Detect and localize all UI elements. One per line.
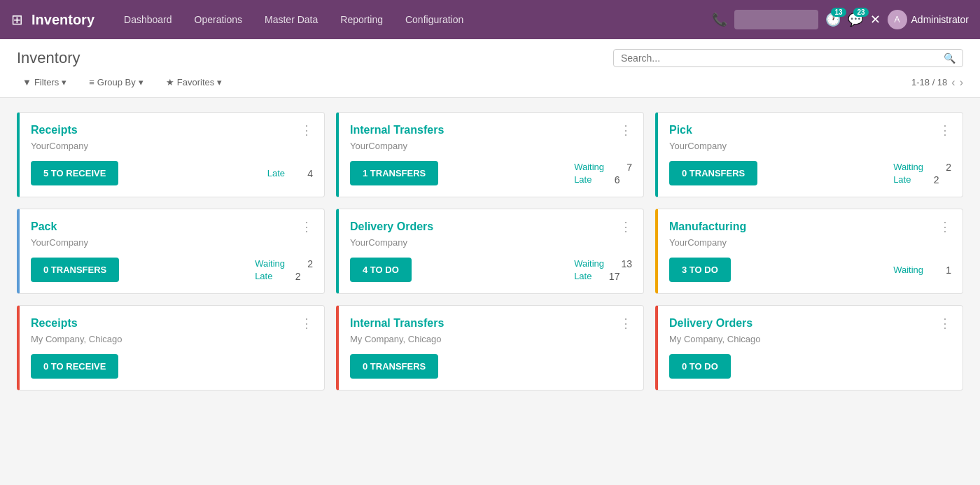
user-name: Administrator <box>911 14 969 25</box>
card-title-group: Receipts <box>31 124 78 136</box>
card-menu-button[interactable]: ⋮ <box>939 124 951 136</box>
menu-operations[interactable]: Operations <box>185 8 252 31</box>
filters-button[interactable]: ▼ Filters ▾ <box>17 74 72 90</box>
card-title: Manufacturing <box>669 220 746 233</box>
card-title: Receipts <box>31 317 78 330</box>
card-menu-button[interactable]: ⋮ <box>620 317 632 330</box>
card-internal-transfers-chicago: Internal Transfers ⋮ My Company, Chicago… <box>336 305 644 391</box>
card-title: Pick <box>669 124 692 136</box>
menu-reporting[interactable]: Reporting <box>330 8 393 31</box>
card-action-button[interactable]: 0 TO DO <box>669 354 731 379</box>
card-action-button[interactable]: 4 TO DO <box>350 258 412 282</box>
card-menu-button[interactable]: ⋮ <box>300 317 313 330</box>
stat-label: Waiting <box>574 258 604 269</box>
prev-page-arrow[interactable]: ‹ <box>951 76 955 89</box>
card-subtitle: YourCompany <box>669 237 951 248</box>
card-stats: Waiting 1 <box>893 265 951 276</box>
stat-row: Late 4 <box>267 168 313 179</box>
card-header: Internal Transfers ⋮ <box>350 317 632 330</box>
card-subtitle: YourCompany <box>31 141 313 151</box>
card-action-button[interactable]: 1 TRANSFERS <box>350 161 438 185</box>
card-title: Receipts <box>31 124 78 136</box>
card-action-button[interactable]: 5 TO RECEIVE <box>31 161 118 185</box>
stat-label: Late <box>574 271 592 281</box>
filters-caret: ▾ <box>62 77 66 87</box>
card-header: Delivery Orders ⋮ <box>669 317 951 330</box>
card-title-group: Manufacturing <box>669 220 746 233</box>
favorites-button[interactable]: ★ Favorites ▾ <box>160 74 227 90</box>
card-pick-yourcompany: Pick ⋮ YourCompany 0 TRANSFERS Waiting 2… <box>655 112 963 197</box>
search-icon[interactable]: 🔍 <box>944 52 955 64</box>
menu-configuration[interactable]: Configuration <box>396 8 473 31</box>
star-icon: ★ <box>166 77 174 87</box>
stat-value: 13 <box>618 258 632 269</box>
stat-label: Late <box>267 168 285 178</box>
stat-label: Late <box>893 174 911 185</box>
card-header: Receipts ⋮ <box>31 124 313 136</box>
card-menu-button[interactable]: ⋮ <box>620 220 632 233</box>
card-action-button[interactable]: 0 TRANSFERS <box>350 354 438 379</box>
close-icon[interactable]: ✕ <box>870 12 881 27</box>
subheader: Inventory 🔍 ▼ Filters ▾ ≡ Group By ▾ ★ F… <box>0 39 980 98</box>
card-title-group: Pick <box>669 124 692 136</box>
chat-icon[interactable]: 💬 23 <box>848 12 863 27</box>
stat-label: Waiting <box>574 162 604 172</box>
next-page-arrow[interactable]: › <box>960 76 963 89</box>
card-subtitle: YourCompany <box>350 237 632 248</box>
stat-value: 1 <box>937 265 951 276</box>
card-body: 0 TRANSFERS <box>350 354 632 379</box>
card-body: 0 TRANSFERS Waiting 2 Late 2 <box>31 258 313 282</box>
card-stats: Waiting 2 Late 2 <box>893 162 951 185</box>
topnav-progress-bar <box>734 10 818 29</box>
card-subtitle: YourCompany <box>31 237 313 248</box>
card-body: 4 TO DO Waiting 13 Late 17 <box>350 258 632 282</box>
card-title-group: Internal Transfers <box>350 317 444 330</box>
card-body: 0 TRANSFERS Waiting 2 Late 2 <box>669 161 951 185</box>
user-menu[interactable]: A Administrator <box>888 10 969 29</box>
phone-icon[interactable]: 📞 <box>712 12 727 27</box>
clock-badge: 13 <box>831 8 846 17</box>
card-action-button[interactable]: 0 TRANSFERS <box>669 161 757 185</box>
card-menu-button[interactable]: ⋮ <box>300 124 313 136</box>
card-menu-button[interactable]: ⋮ <box>939 220 951 233</box>
search-bar[interactable]: 🔍 <box>613 49 963 67</box>
card-stats: Waiting 13 Late 17 <box>574 258 632 282</box>
card-action-button[interactable]: 0 TRANSFERS <box>31 258 119 282</box>
card-action-button[interactable]: 3 TO DO <box>669 258 731 282</box>
stat-label: Waiting <box>255 258 285 269</box>
stat-row: Late 2 <box>255 271 313 282</box>
stat-label: Late <box>255 271 272 281</box>
stat-label: Waiting <box>893 265 923 275</box>
card-menu-button[interactable]: ⋮ <box>939 317 951 330</box>
card-receipts-chicago: Receipts ⋮ My Company, Chicago 0 TO RECE… <box>17 305 325 391</box>
card-title: Delivery Orders <box>350 220 433 233</box>
groupby-caret: ▾ <box>139 77 144 87</box>
card-manufacturing-yourcompany: Manufacturing ⋮ YourCompany 3 TO DO Wait… <box>655 209 963 294</box>
card-delivery-orders-chicago: Delivery Orders ⋮ My Company, Chicago 0 … <box>655 305 963 391</box>
stat-row: Late 2 <box>893 174 951 185</box>
avatar: A <box>888 10 907 29</box>
stat-row: Waiting 2 <box>255 258 313 269</box>
menu-master-data[interactable]: Master Data <box>255 8 328 31</box>
card-header: Internal Transfers ⋮ <box>350 124 632 136</box>
cards-grid: Receipts ⋮ YourCompany 5 TO RECEIVE Late… <box>17 112 963 391</box>
card-menu-button[interactable]: ⋮ <box>620 124 632 136</box>
clock-icon[interactable]: 🕐 13 <box>825 12 841 27</box>
card-action-button[interactable]: 0 TO RECEIVE <box>31 354 118 379</box>
card-subtitle: YourCompany <box>350 141 632 151</box>
card-header: Pick ⋮ <box>669 124 951 136</box>
card-internal-transfers-yourcompany: Internal Transfers ⋮ YourCompany 1 TRANS… <box>336 112 644 197</box>
toolbar-left: ▼ Filters ▾ ≡ Group By ▾ ★ Favorites ▾ <box>17 74 227 90</box>
grid-icon[interactable]: ⊞ <box>11 11 23 28</box>
groupby-label: Group By <box>97 77 136 87</box>
pagination-text: 1-18 / 18 <box>911 77 947 87</box>
card-header: Manufacturing ⋮ <box>669 220 951 233</box>
search-input[interactable] <box>621 52 939 64</box>
card-menu-button[interactable]: ⋮ <box>300 220 313 233</box>
menu-dashboard[interactable]: Dashboard <box>114 8 182 31</box>
page-title: Inventory <box>17 49 613 67</box>
card-title: Internal Transfers <box>350 124 444 136</box>
toolbar: ▼ Filters ▾ ≡ Group By ▾ ★ Favorites ▾ 1… <box>17 74 963 90</box>
stat-row: Late 17 <box>574 271 632 282</box>
groupby-button[interactable]: ≡ Group By ▾ <box>83 74 149 90</box>
